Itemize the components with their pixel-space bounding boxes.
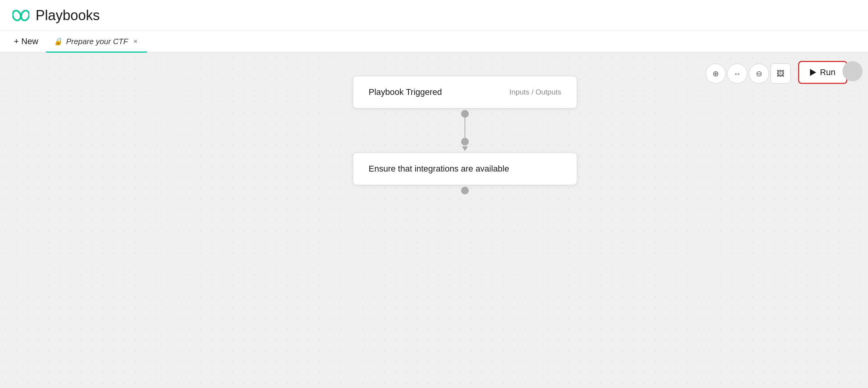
connector-dot-top [461,110,469,118]
new-button[interactable]: + New [9,33,43,50]
ensure-node[interactable]: Ensure that integrations are available [353,153,577,185]
zoom-in-icon: ⊕ [713,69,719,78]
lock-icon: 🔒 [54,37,62,46]
run-label: Run [820,67,836,77]
connector-dot-bottom [461,138,469,146]
zoom-fit-button[interactable]: ↔ [727,64,747,84]
page-title: Playbooks [36,7,100,24]
tab-bar: + New 🔒 Prepare your CTF × [0,31,868,53]
svg-point-1 [20,9,29,21]
ensure-node-label: Ensure that integrations are available [369,164,509,174]
flow-connector-1 [461,108,469,153]
canvas-toolbar: ⊕ ↔ ⊖ 🖼 [706,64,791,84]
image-icon: 🖼 [777,69,784,78]
app-logo-icon [12,7,29,24]
header: Playbooks [0,0,868,31]
zoom-in-button[interactable]: ⊕ [706,64,726,84]
node2-bottom-connector [461,187,469,194]
trigger-node-label: Playbook Triggered [369,87,442,97]
tab-prepare-ctf[interactable]: 🔒 Prepare your CTF × [46,31,147,52]
connector-line [465,118,465,138]
zoom-fit-icon: ↔ [733,69,741,78]
canvas-area: ⊕ ↔ ⊖ 🖼 Run Playbook Triggered Inputs / … [0,53,868,388]
tab-close-button[interactable]: × [132,37,139,46]
trigger-node-secondary[interactable]: Inputs / Outputs [509,88,561,96]
play-icon [810,69,816,76]
zoom-out-icon: ⊖ [756,69,762,78]
zoom-out-button[interactable]: ⊖ [749,64,769,84]
trigger-node[interactable]: Playbook Triggered Inputs / Outputs [353,76,577,108]
image-button[interactable]: 🖼 [771,64,791,84]
tab-label: Prepare your CTF [66,37,128,46]
flow-diagram: Playbook Triggered Inputs / Outputs Ensu… [353,76,577,194]
more-options-button[interactable] [842,61,863,81]
run-button[interactable]: Run [798,61,847,84]
